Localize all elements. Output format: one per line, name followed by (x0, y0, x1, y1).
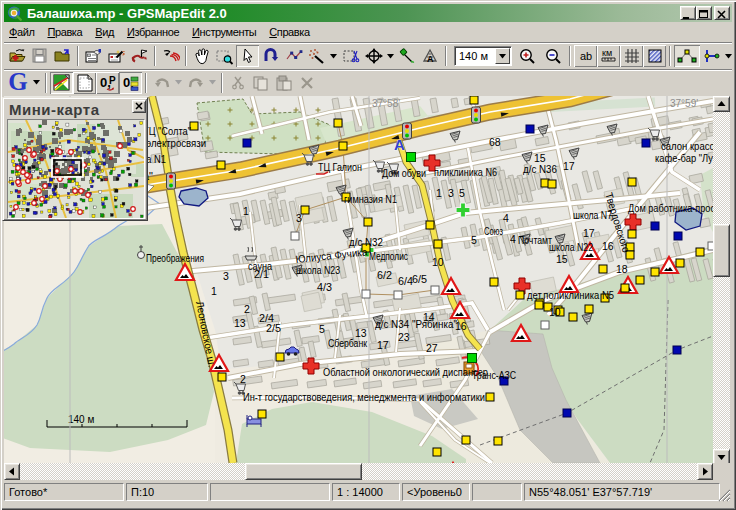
svg-text:д/с N34 "Рябинка": д/с N34 "Рябинка" (375, 318, 457, 330)
svg-text:школа N23: школа N23 (296, 264, 340, 276)
svg-text:5: 5 (319, 323, 325, 335)
svg-text:ТЦ Галион: ТЦ Галион (318, 161, 362, 173)
svg-text:13: 13 (234, 317, 246, 329)
svg-text:37°59': 37°59' (670, 98, 698, 109)
svg-text:15: 15 (556, 253, 568, 265)
svg-text:Дом обуви: Дом обуви (382, 167, 426, 179)
svg-text:10: 10 (549, 306, 561, 318)
svg-text:2: 2 (240, 373, 246, 385)
svg-text:6/2: 6/2 (377, 269, 392, 281)
svg-text:17: 17 (563, 160, 575, 172)
svg-text:школа N7: школа N7 (573, 209, 612, 221)
svg-text:2: 2 (244, 303, 250, 315)
svg-text:23: 23 (398, 331, 410, 343)
svg-text:дет.поликлиника N5: дет.поликлиника N5 (527, 289, 614, 301)
svg-text:14: 14 (423, 311, 435, 323)
svg-text:5: 5 (471, 234, 477, 246)
svg-text:л.электросвязи: л.электросвязи (138, 137, 206, 149)
svg-text:Р: Р (109, 75, 116, 86)
svg-text:2/1: 2/1 (254, 268, 269, 280)
svg-text:1: 1 (436, 187, 442, 199)
svg-text:6/5: 6/5 (412, 273, 427, 285)
svg-text:школа N22: школа N22 (549, 241, 593, 253)
svg-text:Областной онкологический диспа: Областной онкологический диспансер (323, 366, 488, 378)
svg-text:1: 1 (211, 285, 217, 297)
svg-text:13: 13 (355, 327, 367, 339)
svg-text:16: 16 (602, 240, 614, 252)
svg-text:А: А (394, 136, 405, 153)
svg-text:кафе-бар "Лу: кафе-бар "Лу (655, 152, 713, 164)
svg-text:ab: ab (580, 50, 592, 62)
svg-text:Транс-АЗС: Транс-АЗС (472, 369, 516, 381)
svg-text:10: 10 (432, 256, 444, 268)
svg-text:37°58': 37°58' (372, 98, 400, 109)
svg-text:Медполис: Медполис (369, 250, 408, 262)
svg-text:д/с N36: д/с N36 (523, 163, 557, 175)
svg-text:А: А (427, 54, 434, 64)
svg-text:2/5: 2/5 (266, 322, 281, 334)
svg-text:18: 18 (616, 263, 628, 275)
svg-text:3: 3 (448, 187, 454, 199)
svg-text:3: 3 (296, 212, 302, 224)
svg-text:17: 17 (377, 339, 389, 351)
svg-text:гимназия N1: гимназия N1 (344, 193, 397, 205)
svg-text:17: 17 (583, 227, 595, 239)
svg-text:4: 4 (510, 233, 516, 245)
svg-text:6/4: 6/4 (398, 275, 413, 287)
svg-text:Преображения: Преображения (146, 252, 204, 264)
svg-text:3: 3 (223, 270, 229, 282)
svg-text:16: 16 (455, 320, 467, 332)
svg-text:4: 4 (503, 212, 509, 224)
svg-text:салон красот: салон красот (661, 140, 713, 152)
svg-text:4/3: 4/3 (317, 281, 332, 293)
svg-text:Ин-т государствоведения, менед: Ин-т государствоведения, менеджмента и и… (243, 391, 485, 403)
svg-text:27: 27 (426, 342, 438, 354)
svg-text:1: 1 (243, 205, 249, 217)
svg-text:68: 68 (489, 136, 501, 148)
svg-text:Почтамт: Почтамт (518, 234, 552, 246)
svg-text:Союз: Союз (484, 225, 503, 237)
svg-text:км: км (602, 48, 612, 58)
svg-text:15: 15 (534, 152, 546, 164)
svg-text:140 м: 140 м (68, 414, 94, 425)
svg-text:5: 5 (459, 187, 465, 199)
svg-text:Дом работника-прос: Дом работника-прос (628, 202, 713, 214)
svg-text:пликлиника N6: пликлиника N6 (434, 166, 497, 178)
svg-text:ТЦ "Солта": ТЦ "Солта" (143, 125, 191, 137)
